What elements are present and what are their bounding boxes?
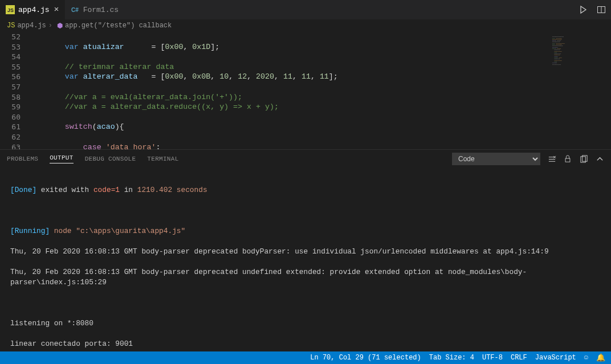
code-editor[interactable]: 5253 5455 5657 5859 6061 6263 var atuali… (0, 32, 611, 149)
lock-scroll-icon[interactable] (563, 154, 572, 163)
minimap[interactable]: ▬▬▬▬▬▬▬▬▬▬▬▬ ▬▬▬ ▬▬▬▬▬▬ ▬▬▬▬▬▬▬▬▬▬ ▬▬▬▬ … (552, 34, 603, 146)
maximize-panel-icon[interactable] (595, 154, 604, 163)
editor-actions (578, 5, 611, 15)
svg-text:C#: C# (71, 7, 79, 13)
open-log-icon[interactable] (579, 154, 588, 163)
status-tab-size[interactable]: Tab Size: 4 (429, 354, 474, 362)
clear-output-icon[interactable] (547, 154, 556, 163)
cs-icon: C# (71, 5, 80, 14)
breadcrumb[interactable]: JS app4.js › ⬢ app.get("/teste") callbac… (0, 19, 611, 32)
output-channel-select[interactable]: Code (452, 153, 540, 165)
notifications-icon[interactable]: 🔔 (596, 353, 605, 362)
js-icon: JS (6, 5, 15, 14)
editor-tabs-bar: JS app4.js × C# Form1.cs (0, 0, 611, 19)
output-line: listening on *:8080 (10, 318, 601, 329)
panel-tabs: PROBLEMS OUTPUT DEBUG CONSOLE TERMINAL C… (0, 149, 611, 168)
output-line: [Running] node "c:\apps\guarita\app4.js" (10, 226, 601, 236)
breadcrumb-symbol: app.get("/teste") callback (65, 22, 172, 30)
breadcrumb-file: app4.js (17, 22, 46, 30)
svg-text:JS: JS (7, 7, 14, 13)
output-line: Thu, 20 Feb 2020 16:08:13 GMT body-parse… (10, 247, 601, 257)
js-icon: JS (7, 22, 15, 30)
line-numbers: 5253 5455 5657 5859 6061 6263 (0, 32, 28, 149)
method-icon: ⬢ (57, 22, 63, 30)
code-content[interactable]: var atualizar = [0x00, 0x1D]; // terimna… (28, 32, 611, 149)
panel-actions: Code (452, 153, 604, 165)
output-panel[interactable]: [Done] exited with code=1 in 1210.402 se… (0, 168, 611, 351)
status-cursor-position[interactable]: Ln 70, Col 29 (71 selected) (310, 354, 421, 362)
split-editor-icon[interactable] (596, 5, 606, 15)
tab-label: app4.js (18, 6, 50, 14)
status-language[interactable]: JavaScript (535, 354, 576, 362)
chevron-right-icon: › (48, 22, 52, 30)
panel-tab-terminal[interactable]: TERMINAL (147, 156, 178, 162)
tab-app4js[interactable]: JS app4.js × (0, 0, 65, 19)
status-encoding[interactable]: UTF-8 (482, 354, 503, 362)
feedback-icon[interactable]: ☺ (584, 354, 588, 362)
status-bar: Ln 70, Col 29 (71 selected) Tab Size: 4 … (0, 351, 611, 364)
close-icon[interactable]: × (54, 5, 59, 15)
output-line: [Done] exited with code=1 in 1210.402 se… (10, 185, 601, 195)
run-icon[interactable] (578, 5, 588, 15)
panel-tab-output[interactable]: OUTPUT (50, 154, 73, 163)
status-eol[interactable]: CRLF (511, 354, 527, 362)
panel-tab-problems[interactable]: PROBLEMS (7, 156, 38, 162)
output-line: Thu, 20 Feb 2020 16:08:13 GMT body-parse… (10, 267, 601, 288)
tab-form1cs[interactable]: C# Form1.cs (65, 0, 124, 19)
panel-tab-debug[interactable]: DEBUG CONSOLE (85, 156, 136, 162)
output-line: linear conectado porta: 9001 (10, 339, 601, 349)
svg-rect-5 (565, 158, 570, 162)
tab-label: Form1.cs (83, 6, 119, 14)
